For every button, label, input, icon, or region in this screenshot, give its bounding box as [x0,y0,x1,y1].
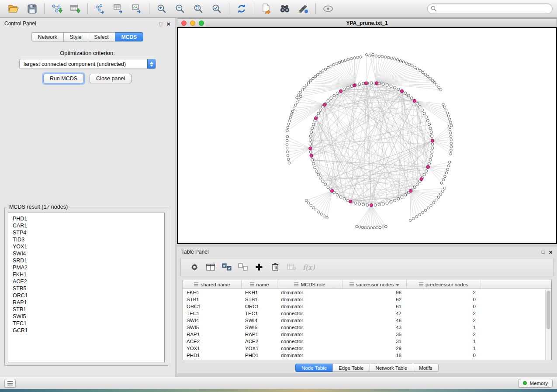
leaf-node[interactable] [319,72,322,74]
ring-node[interactable] [317,112,320,115]
leaf-node[interactable] [301,89,304,91]
leaf-node[interactable] [294,104,297,107]
ring-node[interactable] [425,170,427,172]
search-network-button[interactable] [276,1,294,17]
ring-node[interactable] [425,116,427,118]
ring-node[interactable] [362,203,365,206]
tab-node-table[interactable]: Node Table [295,364,333,372]
dominator-node[interactable] [339,89,342,93]
delete-column-button[interactable] [269,261,282,274]
leaf-node[interactable] [450,121,452,124]
leaf-node[interactable] [447,115,450,117]
ring-node[interactable] [350,85,353,87]
mcds-result-item[interactable]: TEC1 [13,320,164,327]
leaf-node[interactable] [429,77,432,80]
mcds-result-item[interactable]: SWI5 [13,313,164,320]
leaf-node[interactable] [358,226,361,228]
table-row[interactable]: YOX1YOX1connector291 [183,345,551,352]
function-builder-button[interactable]: f(x) [303,263,315,272]
leaf-node[interactable] [443,106,446,109]
leaf-node[interactable] [435,199,437,201]
leaf-node[interactable] [303,86,306,89]
dominator-node[interactable] [315,117,318,120]
mcds-result-item[interactable]: STB1 [13,306,164,313]
ring-node[interactable] [309,135,312,138]
leaf-node[interactable] [394,58,396,60]
leaf-node[interactable] [443,187,446,189]
leaf-node[interactable] [360,56,362,58]
leaf-node[interactable] [430,204,432,207]
leaf-node[interactable] [448,118,451,120]
tab-network-table[interactable]: Network Table [370,364,414,372]
ring-node[interactable] [430,131,432,134]
mcds-result-item[interactable]: PMA2 [13,264,164,271]
leaf-node[interactable] [378,55,381,58]
leaf-node[interactable] [439,89,442,91]
leaf-node[interactable] [450,124,453,127]
dominator-node[interactable] [431,139,434,142]
leaf-node[interactable] [412,217,415,220]
leaf-node[interactable] [356,225,358,228]
leaf-node[interactable] [317,73,319,76]
leaf-node[interactable] [419,69,422,72]
mcds-result-item[interactable]: FKH1 [13,271,164,278]
mcds-result-item[interactable]: STB5 [13,285,164,292]
close-table-panel-icon[interactable]: × [549,249,553,255]
leaf-node[interactable] [414,66,416,69]
leaf-node[interactable] [427,206,430,209]
ring-node[interactable] [378,203,381,206]
panel-menu-button[interactable] [4,379,16,388]
split-columns-button[interactable] [204,261,217,274]
ring-node[interactable] [333,94,336,97]
mcds-result-item[interactable]: GCR1 [13,327,164,334]
leaf-node[interactable] [298,98,300,101]
ring-node[interactable] [327,100,329,102]
ring-node[interactable] [374,204,377,206]
vizmapper-button[interactable] [294,1,312,17]
dominator-node[interactable] [330,189,333,193]
close-mcds-panel-button[interactable]: Close panel [90,74,131,83]
leaf-node[interactable] [290,113,293,116]
leaf-node[interactable] [411,65,414,67]
leaf-node[interactable] [322,70,324,72]
criterion-dropdown[interactable]: largest connected component (undirected) [19,59,156,69]
leaf-node[interactable] [408,63,411,66]
ring-node[interactable] [343,88,346,90]
zoom-fit-button[interactable] [189,1,208,17]
column-header-successor-nodes[interactable]: successor nodes [343,280,407,289]
mcds-result-item[interactable]: ACE2 [13,278,164,285]
dominator-node[interactable] [309,147,312,150]
share-document-button[interactable] [257,1,276,17]
leaf-node[interactable] [449,128,451,131]
dominator-node[interactable] [400,89,403,93]
leaf-node[interactable] [324,68,327,71]
leaf-node[interactable] [422,211,424,214]
leaf-node[interactable] [336,62,338,65]
ring-node[interactable] [336,193,339,196]
ring-node[interactable] [429,127,432,130]
leaf-node[interactable] [436,84,438,86]
mcds-result-item[interactable]: YOX1 [13,243,164,250]
dominator-node[interactable] [310,154,313,157]
ring-node[interactable] [314,166,316,168]
leaf-node[interactable] [286,151,289,153]
leaf-node[interactable] [450,142,453,145]
leaf-node[interactable] [287,126,289,129]
ring-node[interactable] [423,173,426,176]
ring-node[interactable] [346,86,349,89]
leaf-node[interactable] [396,58,399,61]
dominator-node[interactable] [375,82,378,85]
dominator-node[interactable] [420,178,423,181]
dominator-node[interactable] [413,99,416,102]
leaf-node[interactable] [440,182,443,184]
ring-node[interactable] [315,170,318,172]
leaf-node[interactable] [286,130,289,132]
leaf-node[interactable] [450,139,453,141]
leaf-node[interactable] [314,75,317,78]
leaf-node[interactable] [416,68,419,70]
window-zoom-button[interactable] [199,21,204,26]
ring-node[interactable] [382,203,384,205]
leaf-node[interactable] [287,123,290,126]
leaf-node[interactable] [442,103,445,106]
ring-node[interactable] [309,139,311,141]
